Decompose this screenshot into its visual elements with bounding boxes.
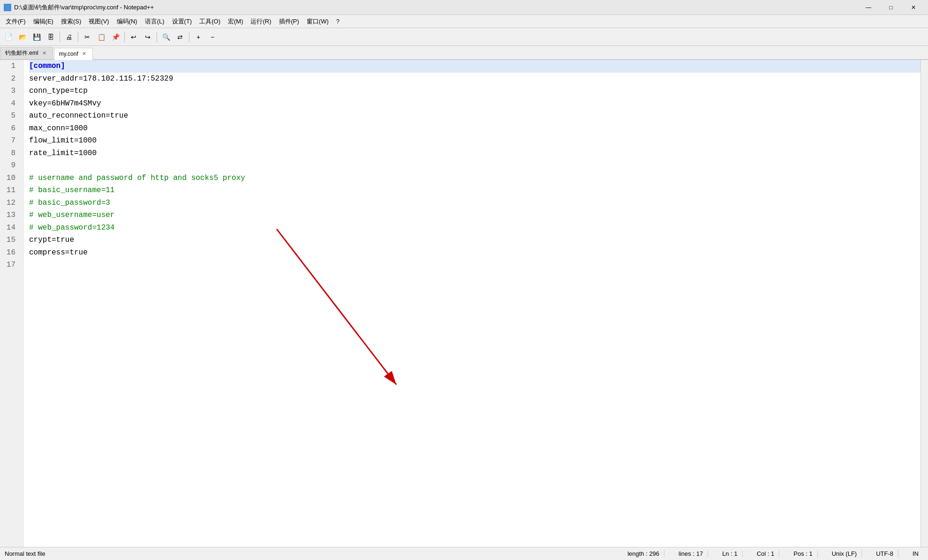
close-button[interactable]: ✕ [903, 1, 924, 14]
status-ins: IN [908, 550, 923, 557]
menu-item-插件p[interactable]: 插件(P) [275, 15, 303, 28]
separator-5 [189, 32, 189, 42]
tab-fishing-email-label: 钓鱼邮件.eml [5, 49, 38, 57]
status-line-ending: Unix (LF) [827, 550, 862, 557]
line-number-5: 5 [0, 110, 19, 122]
status-lines: lines : 17 [674, 550, 708, 557]
redo-button[interactable]: ↪ [141, 30, 154, 44]
status-file-type: Normal text file [5, 550, 45, 557]
line-number-2: 2 [0, 73, 19, 85]
code-line-9 [29, 159, 920, 172]
window-title: D:\桌面\钓鱼邮件\var\tmp\proc\my.conf - Notepa… [14, 3, 154, 12]
tab-fishing-email[interactable]: 钓鱼邮件.eml ✕ [0, 47, 53, 59]
code-line-6: max_conn=1000 [29, 122, 920, 135]
menu-item-工具o[interactable]: 工具(O) [196, 15, 224, 28]
line-number-17: 17 [0, 259, 19, 271]
code-line-11: # basic_username=11 [29, 184, 920, 197]
editor[interactable]: 1234567891011121314151617 [common]server… [0, 60, 928, 547]
code-line-7: flow_limit=1000 [29, 134, 920, 147]
line-number-13: 13 [0, 209, 19, 222]
separator-3 [124, 32, 125, 42]
find-button[interactable]: 🔍 [159, 30, 173, 44]
code-line-3: conn_type=tcp [29, 85, 920, 97]
zoom-out-button[interactable]: − [206, 30, 219, 44]
code-line-13: # web_username=user [29, 209, 920, 222]
line-number-8: 8 [0, 147, 19, 160]
line-number-4: 4 [0, 97, 19, 110]
line-number-10: 10 [0, 172, 19, 185]
maximize-button[interactable]: □ [880, 1, 902, 14]
menu-item-文件f[interactable]: 文件(F) [2, 15, 30, 28]
line-number-6: 6 [0, 122, 19, 135]
code-area[interactable]: [common]server_addr=178.102.115.17:52329… [23, 60, 920, 547]
line-number-12: 12 [0, 197, 19, 209]
line-number-11: 11 [0, 184, 19, 197]
status-ln: Ln : 1 [717, 550, 743, 557]
tab-bar: 钓鱼邮件.eml ✕ my.conf ✕ [0, 46, 928, 60]
code-line-16: compress=true [29, 246, 920, 259]
title-bar-controls: — □ ✕ [858, 1, 924, 14]
menu-bar: 文件(F)编辑(E)搜索(S)视图(V)编码(N)语言(L)设置(T)工具(O)… [0, 15, 928, 28]
menu-item-宏m[interactable]: 宏(M) [224, 15, 247, 28]
status-col: Col : 1 [752, 550, 780, 557]
menu-item-编辑e[interactable]: 编辑(E) [30, 15, 57, 28]
paste-button[interactable]: 📌 [109, 30, 122, 44]
line-number-7: 7 [0, 134, 19, 147]
print-button[interactable]: 🖨 [62, 30, 75, 44]
line-number-14: 14 [0, 222, 19, 234]
zoom-in-button[interactable]: + [192, 30, 205, 44]
menu-item-搜索s[interactable]: 搜索(S) [57, 15, 85, 28]
menu-item-窗口w[interactable]: 窗口(W) [303, 15, 332, 28]
title-bar: D:\桌面\钓鱼邮件\var\tmp\proc\my.conf - Notepa… [0, 0, 928, 15]
line-numbers: 1234567891011121314151617 [0, 60, 23, 547]
code-line-10: # username and password of http and sock… [29, 172, 920, 185]
tab-myconf[interactable]: my.conf ✕ [54, 48, 93, 60]
line-number-15: 15 [0, 234, 19, 246]
menu-item-视图v[interactable]: 视图(V) [85, 15, 113, 28]
separator-2 [78, 32, 78, 42]
menu-item-运行r[interactable]: 运行(R) [247, 15, 275, 28]
status-length: length : 296 [623, 550, 664, 557]
status-bar: Normal text file length : 296 lines : 17… [0, 547, 928, 560]
open-button[interactable]: 📂 [16, 30, 29, 44]
status-pos: Pos : 1 [789, 550, 817, 557]
save-all-button[interactable]: 🗄 [44, 30, 57, 44]
new-button[interactable]: 📄 [2, 30, 15, 44]
code-line-4: vkey=6bHW7m4SMvy [29, 97, 920, 110]
status-encoding: UTF-8 [871, 550, 898, 557]
code-line-5: auto_reconnection=true [29, 110, 920, 122]
tab-myconf-close[interactable]: ✕ [81, 51, 88, 57]
code-line-17 [29, 259, 920, 271]
menu-item-编码n[interactable]: 编码(N) [113, 15, 141, 28]
code-line-8: rate_limit=1000 [29, 147, 920, 160]
line-number-3: 3 [0, 85, 19, 97]
line-number-16: 16 [0, 246, 19, 259]
menu-item-语言l[interactable]: 语言(L) [141, 15, 168, 28]
replace-button[interactable]: ⇄ [174, 30, 187, 44]
separator-1 [60, 32, 60, 42]
undo-button[interactable]: ↩ [127, 30, 140, 44]
toolbar: 📄 📂 💾 🗄 🖨 ✂ 📋 📌 ↩ ↪ 🔍 ⇄ + − [0, 28, 928, 46]
cut-button[interactable]: ✂ [81, 30, 94, 44]
tab-myconf-label: my.conf [59, 51, 78, 57]
line-number-9: 9 [0, 159, 19, 172]
tab-fishing-email-close[interactable]: ✕ [41, 50, 48, 57]
code-line-2: server_addr=178.102.115.17:52329 [29, 73, 920, 85]
menu-item-设置t[interactable]: 设置(T) [168, 15, 196, 28]
code-line-1: [common] [29, 60, 920, 73]
separator-4 [157, 32, 157, 42]
scrollbar[interactable] [920, 60, 928, 547]
copy-button[interactable]: 📋 [95, 30, 108, 44]
app-icon [4, 4, 11, 11]
code-line-14: # web_password=1234 [29, 222, 920, 234]
minimize-button[interactable]: — [858, 1, 879, 14]
line-number-1: 1 [0, 60, 19, 73]
save-button[interactable]: 💾 [30, 30, 43, 44]
code-line-15: crypt=true [29, 234, 920, 246]
menu-item-?[interactable]: ? [332, 15, 343, 28]
code-line-12: # basic_password=3 [29, 197, 920, 209]
